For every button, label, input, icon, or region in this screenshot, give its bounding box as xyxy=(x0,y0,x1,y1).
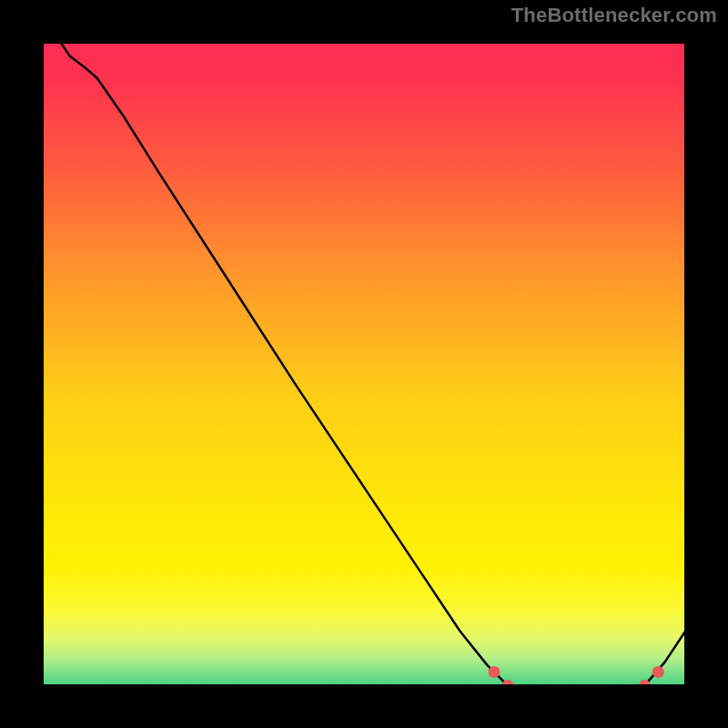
plot-background xyxy=(22,22,706,706)
watermark-label: TheBottlenecker.com xyxy=(511,4,717,27)
curve-marker xyxy=(488,666,500,678)
curve-marker xyxy=(652,666,664,678)
chart-frame: { "watermark": "TheBottlenecker.com", "c… xyxy=(0,0,728,728)
chart-svg xyxy=(0,0,728,728)
